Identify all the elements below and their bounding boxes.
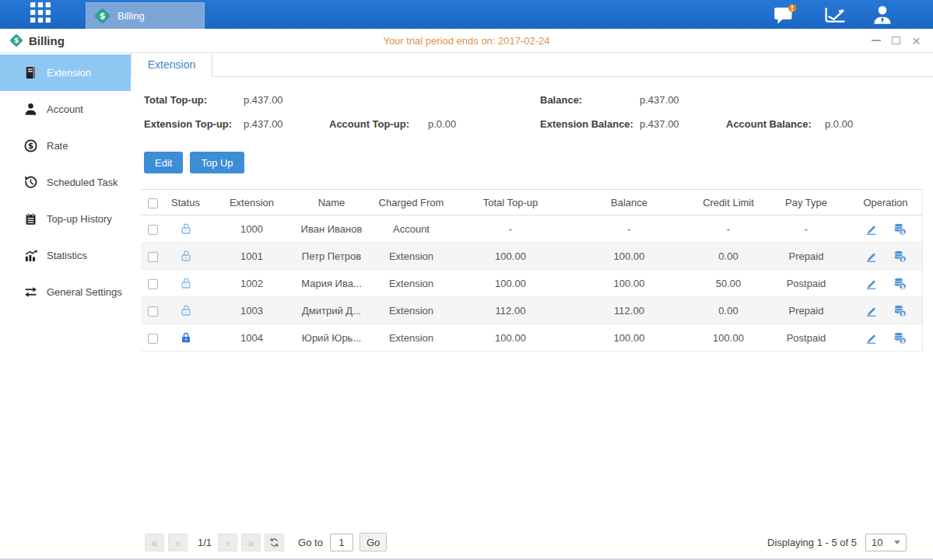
pagination-bar: « ‹ 1/1 › » Go to Go Displaying 1 - 5 of… <box>145 533 907 551</box>
column-header-balance: Balance <box>565 190 693 215</box>
topup-coins-icon[interactable] <box>893 250 907 263</box>
cell-name: Юрий Юрь... <box>296 324 367 352</box>
row-checkbox[interactable] <box>148 306 158 317</box>
row-checkbox[interactable] <box>148 279 158 289</box>
refresh-button[interactable] <box>265 534 284 551</box>
column-header-extension: Extension <box>207 190 296 215</box>
select-all-checkbox[interactable] <box>148 198 158 208</box>
last-page-button[interactable]: » <box>241 534 261 551</box>
topup-coins-icon[interactable] <box>893 222 907 236</box>
cell-extension: 1004 <box>207 324 296 352</box>
topup-coins-icon[interactable] <box>893 277 907 290</box>
arrows-icon <box>24 285 37 299</box>
cell-name: Дмитрий Д... <box>296 297 367 324</box>
row-checkbox[interactable] <box>148 252 158 262</box>
account-user-icon[interactable] <box>872 5 893 25</box>
sidebar-item-general-settings[interactable]: General Settings <box>0 274 131 310</box>
header-checkbox-cell <box>141 190 164 215</box>
cell-total-topup: 100.00 <box>456 324 565 352</box>
cell-charged-from: Extension <box>367 297 456 324</box>
cell-balance: - <box>565 215 693 243</box>
column-header-charged-from: Charged From <box>367 190 456 215</box>
lock-open-icon <box>180 250 192 262</box>
sidebar-item-account[interactable]: Account <box>0 91 131 128</box>
topbar-actions <box>773 4 893 26</box>
titlebar: Billing Your trial period ends on: 2017-… <box>0 29 933 53</box>
edit-pencil-icon[interactable] <box>865 250 878 263</box>
reports-trend-icon[interactable] <box>824 5 846 24</box>
table-row: 1001 Петр Петров Extension 100.00 100.00… <box>141 243 922 270</box>
trial-message: Your trial period ends on: 2017-02-24 <box>0 29 933 52</box>
topup-button[interactable]: Top Up <box>190 152 244 173</box>
prev-page-button[interactable]: ‹ <box>168 534 188 551</box>
window-title: Billing <box>9 33 65 47</box>
column-header-total-top-up: Total Top-up <box>456 190 565 215</box>
extension-topup-value: p.437.00 <box>244 118 283 130</box>
row-checkbox[interactable] <box>148 334 158 344</box>
edit-pencil-icon[interactable] <box>865 222 878 236</box>
sidebar-item-extension[interactable]: Extension <box>0 54 131 91</box>
app-grid-icon[interactable] <box>30 2 51 23</box>
sidebar-item-scheduled-task[interactable]: Scheduled Task <box>0 164 131 201</box>
topbar-tab-label: Billing <box>118 10 145 22</box>
topup-coins-icon[interactable] <box>893 304 907 317</box>
go-button[interactable]: Go <box>360 533 387 551</box>
cell-charged-from: Extension <box>367 243 456 270</box>
topbar-tab-billing[interactable]: Billing <box>86 2 205 29</box>
sidebar-item-top-up-history[interactable]: Top-up History <box>0 201 131 237</box>
account-topup-label: Account Top-up: <box>329 118 409 130</box>
page-indicator: 1/1 <box>198 537 212 548</box>
notebook-icon <box>24 212 37 226</box>
lock-open-icon <box>180 222 192 235</box>
extension-balance-label: Extension Balance: <box>540 118 633 130</box>
app-window: Billing Billing Your trial period ends o… <box>0 0 933 560</box>
row-checkbox[interactable] <box>148 225 158 235</box>
sidebar-item-label: Scheduled Task <box>47 177 118 188</box>
cell-extension: 1001 <box>207 243 296 270</box>
cell-credit-limit: 0.00 <box>693 297 763 324</box>
cell-pay-type: Prepaid <box>763 243 849 270</box>
cell-credit-limit: 0.00 <box>693 243 763 270</box>
close-button[interactable]: × <box>910 34 923 47</box>
lock-open-icon <box>180 277 192 289</box>
cell-charged-from: Extension <box>367 324 456 352</box>
topup-coins-icon[interactable] <box>893 331 907 345</box>
sidebar-item-rate[interactable]: Rate <box>0 128 131 164</box>
sidebar: Extension Account Rate Scheduled Task To… <box>0 53 131 558</box>
dollar-circle-icon <box>24 139 37 152</box>
cell-balance: 100.00 <box>565 243 693 270</box>
edit-button[interactable]: Edit <box>144 152 183 173</box>
sidebar-item-label: Top-up History <box>47 213 112 225</box>
page-size-value: 10 <box>872 537 882 548</box>
cell-balance: 100.00 <box>565 270 693 297</box>
table-row: 1004 Юрий Юрь... Extension 100.00 100.00… <box>141 324 922 352</box>
notifications-chat-icon[interactable] <box>773 4 798 26</box>
refresh-icon <box>269 537 279 548</box>
chevron-down-icon <box>894 541 900 544</box>
edit-pencil-icon[interactable] <box>865 304 878 317</box>
cell-name: Мария Ива... <box>296 270 367 297</box>
cell-charged-from: Extension <box>367 270 456 297</box>
page-size-select[interactable]: 10 <box>865 534 907 551</box>
minimize-button[interactable] <box>869 34 882 47</box>
cell-total-topup: - <box>456 215 565 243</box>
window-controls: × <box>869 34 923 47</box>
balance-label: Balance: <box>540 94 582 106</box>
first-page-button[interactable]: « <box>145 534 164 551</box>
cell-pay-type: Prepaid <box>763 297 849 324</box>
toolbar: Edit Top Up <box>144 152 933 173</box>
next-page-button[interactable]: › <box>218 534 237 551</box>
sidebar-item-label: General Settings <box>47 286 122 298</box>
cell-extension: 1003 <box>207 297 296 324</box>
total-topup-label: Total Top-up: <box>144 94 207 106</box>
goto-page-input[interactable] <box>330 534 353 551</box>
edit-pencil-icon[interactable] <box>865 277 878 290</box>
sidebar-item-statistics[interactable]: Statistics <box>0 237 131 274</box>
sidebar-item-label: Rate <box>47 140 68 152</box>
tab-extension[interactable]: Extension <box>131 53 212 77</box>
edit-pencil-icon[interactable] <box>865 331 878 345</box>
cell-total-topup: 100.00 <box>456 243 565 270</box>
cell-charged-from: Account <box>367 215 456 243</box>
column-header-pay-type: Pay Type <box>763 190 849 215</box>
maximize-button[interactable] <box>889 34 903 47</box>
